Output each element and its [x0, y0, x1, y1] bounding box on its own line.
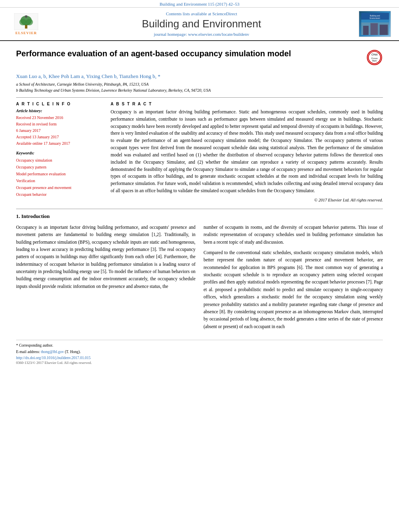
abstract-column: A B S T R A C T Occupancy is an importan… [111, 102, 383, 205]
article-info-column: A R T I C L E I N F O Article history: R… [16, 102, 103, 205]
email-note: E-mail address: thong@lbl.gov (T. Hong). [16, 349, 383, 355]
svg-point-4 [26, 19, 33, 25]
affiliations: a School of Architecture, Carnegie Mello… [16, 81, 383, 93]
sciencedirect-notice: Contents lists available at ScienceDirec… [44, 11, 359, 16]
received-date: Received 23 November 2016 [16, 115, 103, 121]
affiliation-a: a School of Architecture, Carnegie Mello… [16, 81, 383, 87]
body-two-col: Occupancy is an important factor driving… [16, 224, 383, 333]
authors: Xuan Luo a, b, Khee Poh Lam a, Yixing Ch… [16, 73, 383, 80]
intro-para-3: Compared to the conventional static sche… [204, 249, 383, 330]
body-right-column: number of occupants in rooms, and the di… [204, 224, 383, 333]
elsevier-logo-area: ELSEVIER [8, 13, 44, 35]
crossmark-icon: CHat Cross Mark [367, 50, 382, 65]
elsevier-wordmark: ELSEVIER [15, 31, 37, 35]
introduction-heading: 1. Introduction [16, 213, 383, 220]
copyright: © 2017 Elsevier Ltd. All rights reserved… [111, 198, 383, 202]
svg-text:Mark: Mark [372, 60, 376, 62]
journal-homepage: journal homepage: www.elsevier.com/locat… [44, 32, 359, 37]
sciencedirect-link[interactable]: ScienceDirect [212, 11, 237, 16]
keyword-2: Occupancy pattern [16, 164, 103, 170]
article-info-heading: A R T I C L E I N F O [16, 102, 103, 106]
journal-thumbnail: Building and Environment [359, 11, 391, 37]
keywords-label: Keywords: [16, 151, 103, 155]
received-revised-label: Received in revised form [16, 121, 103, 127]
keyword-3: Model performance evaluation [16, 170, 103, 177]
svg-text:Building and: Building and [370, 15, 380, 17]
affiliation-b: b Building Technology and Urban Systems … [16, 87, 383, 93]
svg-point-5 [25, 15, 27, 18]
svg-point-3 [19, 19, 27, 25]
divider-1 [16, 97, 383, 98]
accepted-date: Accepted 13 January 2017 [16, 134, 103, 140]
abstract-text: Occupancy is an important factor driving… [111, 109, 383, 195]
svg-rect-13 [379, 25, 387, 35]
journal-cover-image: Building and Environment [360, 13, 390, 35]
body-left-column: Occupancy is an important factor driving… [16, 224, 195, 333]
email-link[interactable]: thong@lbl.gov [41, 350, 64, 354]
divider-2 [16, 209, 383, 209]
svg-text:Cross: Cross [371, 57, 378, 60]
homepage-link[interactable]: www.elsevier.com/locate/buildenv [188, 32, 249, 37]
article-title: Performance evaluation of an agent-based… [16, 48, 367, 59]
introduction-section: 1. Introduction [16, 213, 383, 220]
issn-line: 0360-1323/© 2017 Elsevier Ltd. All right… [16, 361, 383, 365]
keyword-4: Verification [16, 177, 103, 184]
keyword-6: Occupant behavior [16, 191, 103, 198]
revised-date: 6 January 2017 [16, 127, 103, 134]
keywords-list: Occupancy simulation Occupancy pattern M… [16, 157, 103, 198]
journal-header: ELSEVIER Contents lists available at Sci… [0, 8, 399, 41]
top-bar: Building and Environment 115 (2017) 42–5… [0, 0, 399, 8]
svg-rect-14 [361, 20, 389, 23]
intro-para-2: number of occupants in rooms, and the di… [204, 224, 383, 246]
article-content: Performance evaluation of an agent-based… [0, 41, 399, 365]
keyword-5: Occupant presence and movement [16, 184, 103, 191]
article-title-section: Performance evaluation of an agent-based… [16, 48, 383, 69]
doi-link[interactable]: http://dx.doi.org/10.1016/j.buildenv.201… [16, 356, 383, 360]
abstract-heading: A B S T R A C T [111, 102, 383, 106]
keyword-1: Occupancy simulation [16, 157, 103, 164]
svg-rect-12 [370, 23, 378, 35]
article-footer: * Corresponding author. E-mail address: … [16, 340, 383, 365]
crossmark-badge: CHat Cross Mark [367, 50, 383, 66]
article-history-label: Article history: [16, 109, 103, 113]
svg-rect-11 [363, 26, 368, 35]
journal-citation: Building and Environment 115 (2017) 42–5… [160, 2, 240, 6]
svg-text:CHat: CHat [371, 53, 378, 56]
intro-para-1: Occupancy is an important factor driving… [16, 224, 195, 290]
available-online: Available online 17 January 2017 [16, 140, 103, 147]
elsevier-tree-icon [14, 13, 38, 30]
journal-header-center: Contents lists available at ScienceDirec… [44, 11, 359, 37]
article-info-abstract-section: A R T I C L E I N F O Article history: R… [16, 102, 383, 205]
corresponding-author-note: * Corresponding author. [16, 343, 383, 348]
journal-title: Building and Environment [44, 18, 359, 30]
svg-text:Environment: Environment [370, 17, 380, 19]
